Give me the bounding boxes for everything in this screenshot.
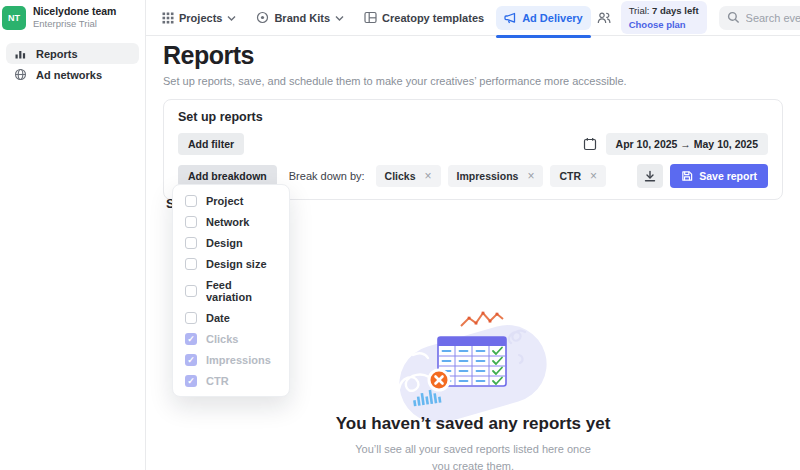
workspace-plan: Enterprise Trial [33, 18, 116, 30]
menu-item-label: Impressions [206, 354, 271, 366]
breakdown-chip-clicks: Clicks× [376, 165, 441, 187]
sidebar-item-reports[interactable]: Reports [6, 43, 139, 64]
menu-item-impressions: Impressions [173, 349, 289, 370]
breakdown-menu: Project Network Design Design size Feed … [172, 184, 290, 397]
chip-label: Impressions [457, 170, 519, 182]
chip-remove-icon[interactable]: × [425, 170, 432, 182]
sidebar-nav: Reports Ad networks [6, 43, 139, 85]
setup-reports-title: Set up reports [178, 110, 768, 124]
empty-state-subtitle: You’ll see all your saved reports listed… [163, 441, 783, 470]
templates-icon [364, 11, 377, 24]
checkbox[interactable] [185, 258, 197, 270]
menu-item-label: Design size [206, 258, 267, 270]
menu-item-label: Network [206, 216, 249, 228]
breakdown-chip-impressions: Impressions× [448, 165, 544, 187]
choose-plan-link[interactable]: Choose plan [629, 18, 699, 31]
download-icon [643, 169, 657, 183]
calendar-icon [583, 137, 597, 151]
chevron-down-icon [227, 14, 236, 22]
workspace-name: Nicelydone team [33, 5, 116, 18]
nav-creatopy-templates-label: Creatopy templates [382, 12, 484, 24]
checkbox[interactable] [185, 285, 197, 297]
checkbox-checked [185, 375, 197, 387]
search-icon [727, 11, 740, 24]
app-window: NT Nicelydone team Enterprise Trial Repo… [0, 0, 800, 470]
download-report-button[interactable] [637, 164, 663, 188]
breakdown-label: Break down by: [289, 170, 365, 182]
search-bar[interactable]: × [719, 6, 800, 30]
checkbox-checked [185, 354, 197, 366]
reports-page: Reports Set up reports, save, and schedu… [146, 36, 800, 470]
save-report-label: Save report [699, 170, 757, 182]
menu-item-date[interactable]: Date [173, 307, 289, 328]
menu-item-project[interactable]: Project [173, 190, 289, 211]
page-subtitle: Set up reports, save, and schedule them … [163, 75, 783, 87]
brand-kit-icon [256, 11, 269, 24]
workspace-logo: NT [2, 6, 26, 30]
top-nav: Projects Brand Kits Creatopy templates A… [146, 0, 800, 36]
chip-remove-icon[interactable]: × [590, 170, 597, 182]
nav-projects-label: Projects [179, 12, 222, 24]
menu-item-label: Feed variation [206, 279, 277, 303]
checkbox[interactable] [185, 237, 197, 249]
chip-label: Clicks [385, 170, 416, 182]
save-icon [681, 170, 693, 182]
chip-remove-icon[interactable]: × [527, 170, 534, 182]
workspace-switcher[interactable]: NT Nicelydone team Enterprise Trial [0, 0, 145, 35]
nav-creatopy-templates[interactable]: Creatopy templates [356, 5, 492, 30]
checkbox[interactable] [185, 312, 197, 324]
menu-item-feed-variation[interactable]: Feed variation [173, 274, 289, 307]
sidebar-item-label: Reports [36, 48, 78, 60]
menu-item-network[interactable]: Network [173, 211, 289, 232]
menu-item-ctr: CTR [173, 370, 289, 391]
filter-row: Add filter Apr 10, 2025 → May 10, 2025 [178, 133, 768, 155]
save-report-button[interactable]: Save report [670, 164, 768, 188]
menu-item-label: Date [206, 312, 230, 324]
menu-item-clicks: Clicks [173, 328, 289, 349]
members-button[interactable] [595, 9, 613, 26]
empty-reports-illustration [373, 293, 573, 428]
users-icon [597, 11, 611, 24]
chip-label: CTR [559, 170, 581, 182]
trial-status: Trial: 7 days left [629, 4, 699, 17]
empty-subtitle-line1: You’ll see all your saved reports listed… [355, 443, 591, 455]
trial-banner[interactable]: Trial: 7 days left Choose plan [621, 1, 707, 34]
grid-icon [162, 12, 174, 24]
checkbox[interactable] [185, 216, 197, 228]
menu-item-label: CTR [206, 375, 229, 387]
nav-brand-kits[interactable]: Brand Kits [248, 5, 352, 30]
nav-projects[interactable]: Projects [154, 6, 244, 30]
sidebar-item-label: Ad networks [36, 69, 102, 81]
page-title: Reports [163, 36, 783, 70]
date-range-picker[interactable]: Apr 10, 2025 → May 10, 2025 [606, 133, 768, 155]
search-input[interactable] [746, 12, 800, 24]
add-filter-button[interactable]: Add filter [178, 133, 244, 155]
chevron-down-icon [335, 14, 344, 22]
trial-days-left: 7 days left [652, 5, 698, 16]
menu-item-label: Project [206, 195, 243, 207]
checkbox-checked [185, 333, 197, 345]
menu-item-design-size[interactable]: Design size [173, 253, 289, 274]
globe-icon [14, 68, 27, 81]
nav-brand-kits-label: Brand Kits [274, 12, 330, 24]
menu-item-design[interactable]: Design [173, 232, 289, 253]
nav-ad-delivery[interactable]: Ad Delivery [496, 6, 591, 30]
menu-item-label: Clicks [206, 333, 238, 345]
empty-state-title: You haven’t saved any reports yet [163, 414, 783, 434]
nav-ad-delivery-label: Ad Delivery [522, 12, 583, 24]
sidebar-item-ad-networks[interactable]: Ad networks [6, 64, 139, 85]
menu-item-label: Design [206, 237, 243, 249]
empty-subtitle-line2: you create them. [432, 460, 514, 470]
main-area: Projects Brand Kits Creatopy templates A… [146, 0, 800, 470]
sidebar: NT Nicelydone team Enterprise Trial Repo… [0, 0, 146, 470]
bar-chart-icon [14, 47, 27, 60]
breakdown-chip-ctr: CTR× [550, 165, 606, 187]
megaphone-icon [504, 12, 517, 24]
checkbox[interactable] [185, 195, 197, 207]
